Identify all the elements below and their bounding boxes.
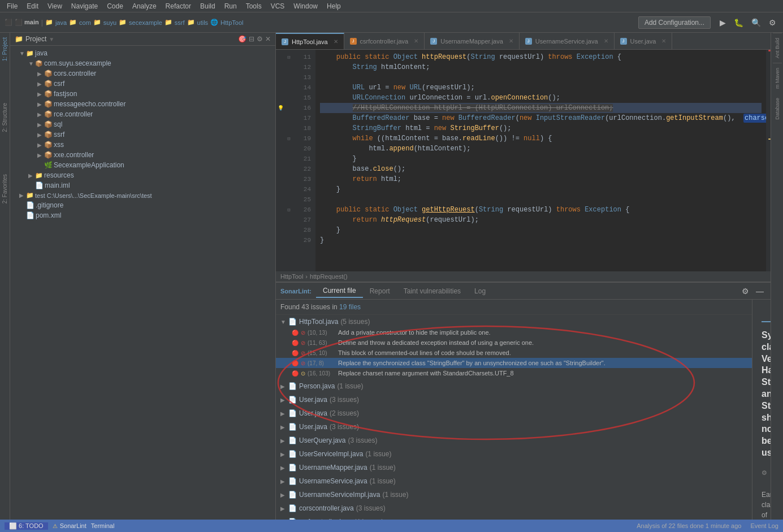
- tree-item-fastjson[interactable]: ▶ 📦 fastjson: [10, 89, 275, 99]
- issue-item-4[interactable]: 🔴 ⊘ (17, 8) Replace the synchronized cla…: [276, 358, 752, 368]
- gutter-26: [276, 205, 285, 215]
- ant-build-tab[interactable]: Ant Build: [773, 33, 782, 63]
- tree-item-messageecho[interactable]: ▶ 📦 messageecho.controller: [10, 99, 275, 109]
- tab-close-button[interactable]: ✕: [604, 38, 608, 44]
- issue-group-header-person[interactable]: ▶ 📄 Person.java (1 issue): [276, 380, 752, 392]
- project-tool-icon[interactable]: 1: Project: [1, 35, 9, 63]
- issues-files-link[interactable]: 19 files: [339, 303, 361, 311]
- tree-item-xss[interactable]: ▶ 📦 xss: [10, 140, 275, 150]
- sonarlint-indicator[interactable]: ⚠ SonarLint: [53, 522, 86, 529]
- tree-label: .gitignore: [36, 201, 63, 209]
- issue-group-header-httptool[interactable]: ▼ 📄 HttpTool.java (5 issues): [276, 316, 752, 327]
- package-icon: 📦: [44, 131, 53, 139]
- debug-button[interactable]: 🐛: [732, 17, 746, 28]
- sidebar-hide-button[interactable]: ✕: [265, 35, 271, 43]
- issue-group-header-corscontroller[interactable]: ▶ 📄 corscontroller.java (3 issues): [276, 503, 752, 514]
- menu-help[interactable]: Help: [322, 1, 345, 11]
- tree-item-cors[interactable]: ▶ 📦 cors.controller: [10, 68, 275, 79]
- tree-item-resources[interactable]: ▶ 📁 resources: [10, 170, 275, 180]
- tab-taint[interactable]: Taint vulnerabilities: [397, 285, 468, 297]
- tree-label: java: [35, 49, 47, 57]
- menu-build[interactable]: Build: [196, 1, 220, 11]
- tree-item-gitignore[interactable]: 📄 .gitignore: [10, 200, 275, 210]
- menu-refactor[interactable]: Refactor: [161, 1, 196, 11]
- issue-group-header-usernameserviceimpl[interactable]: ▶ 📄 UsernameServiceImpl.java (1 issue): [276, 489, 752, 500]
- fold-26[interactable]: ⊟: [285, 205, 293, 215]
- tree-item-ssrf[interactable]: ▶ 📦 ssrf: [10, 129, 275, 140]
- fold-16: [285, 103, 293, 113]
- panel-settings-button[interactable]: ⚙: [739, 286, 751, 297]
- code-line-19: while ((htmlContent = base.readLine()) !…: [320, 133, 762, 144]
- menu-edit[interactable]: Edit: [22, 1, 43, 11]
- tab-httptool[interactable]: J HttpTool.java ✕: [276, 33, 344, 49]
- menu-navigate[interactable]: Navigate: [67, 1, 102, 11]
- tree-item-csrf[interactable]: ▶ 📦 csrf: [10, 79, 275, 89]
- tree-item-mainiml[interactable]: 📄 main.iml: [10, 180, 275, 191]
- tab-close-button[interactable]: ✕: [509, 38, 513, 44]
- fold-19[interactable]: ⊟: [285, 133, 293, 144]
- menu-tools[interactable]: Tools: [241, 1, 266, 11]
- issue-item-2[interactable]: 🔴 ⊘ (11, 63) Define and throw a dedicate…: [276, 338, 752, 348]
- tab-usernamemapper[interactable]: J UsernameMapper.java ✕: [425, 33, 520, 49]
- issue-item-3[interactable]: 🔴 ⊘ (15, 10) This block of commented-out…: [276, 348, 752, 358]
- expand-arrow: ▶: [37, 71, 43, 77]
- issue-group-header-user3[interactable]: ▶ 📄 User.java (3 issues): [276, 421, 752, 432]
- tab-log[interactable]: Log: [468, 285, 492, 297]
- tree-item-sql[interactable]: ▶ 📦 sql: [10, 119, 275, 129]
- terminal-indicator[interactable]: Terminal: [91, 522, 115, 529]
- menu-run[interactable]: Run: [220, 1, 241, 11]
- tab-user[interactable]: J User.java ✕: [615, 33, 673, 49]
- tree-item-test[interactable]: ▶ 📁 test C:\Users\...\SecExample-main\sr…: [10, 191, 275, 200]
- rule-tab-rule[interactable]: Rule: [762, 306, 771, 322]
- todo-indicator[interactable]: ⬜ 6: TODO: [5, 522, 48, 530]
- issue-group-header-user2[interactable]: ▶ 📄 User.java (2 issues): [276, 408, 752, 419]
- maven-tab[interactable]: m Maven: [773, 63, 782, 93]
- code-line-26: public static Object getHttpReuest(Strin…: [320, 205, 762, 215]
- collapse-all-button[interactable]: ⊟: [249, 35, 254, 43]
- sidebar-settings-button[interactable]: ⚙: [257, 35, 263, 43]
- tree-item-java[interactable]: ▼ 📁 java: [10, 48, 275, 58]
- tab-usernameservice[interactable]: J UsernameService.java ✕: [520, 33, 615, 49]
- editor-scrollbar[interactable]: [766, 50, 771, 271]
- tab-report[interactable]: Report: [363, 285, 397, 297]
- issue-item-1[interactable]: 🔴 ⊘ (10, 13) Add a private constructor t…: [276, 327, 752, 338]
- tree-item-xxe[interactable]: ▶ 📦 xxe.controller: [10, 150, 275, 160]
- tree-item-secexample-app[interactable]: 🌿 SecexampleApplication: [10, 160, 275, 170]
- tree-item-pomxml[interactable]: 📄 pom.xml: [10, 210, 275, 220]
- menu-code[interactable]: Code: [102, 1, 128, 11]
- menu-window[interactable]: Window: [289, 1, 322, 11]
- tree-item-package-com[interactable]: ▼ 📦 com.suyu.secexample: [10, 58, 275, 68]
- breadcrumb-httptool-label: HttpTool: [280, 273, 303, 280]
- package-icon: 📦: [44, 120, 53, 128]
- tree-label: pom.xml: [36, 211, 61, 219]
- tree-item-rce[interactable]: ▶ 📦 rce.controller: [10, 109, 275, 119]
- run-button[interactable]: ▶: [717, 17, 728, 28]
- issue-group-header-userserviceimpl[interactable]: ▶ 📄 UserServiceImpl.java (1 issue): [276, 448, 752, 460]
- tab-csrfcontroller[interactable]: J csrfcontroller.java ✕: [344, 33, 425, 49]
- tab-close-button[interactable]: ✕: [334, 38, 338, 45]
- locate-file-button[interactable]: 🎯: [238, 35, 246, 43]
- issue-group-header-user1[interactable]: ▶ 📄 User.java (3 issues): [276, 394, 752, 405]
- menu-file[interactable]: File: [2, 1, 22, 11]
- tab-close-button[interactable]: ✕: [414, 38, 418, 44]
- issue-group-header-csrfcontroller[interactable]: ▶ 📄 csrfcontroller.java (4 issues): [276, 516, 752, 520]
- issue-group-header-usernamemapper[interactable]: ▶ 📄 UsernameMapper.java (1 issue): [276, 462, 752, 473]
- settings-button[interactable]: ⚙: [767, 17, 778, 28]
- menu-analyze[interactable]: Analyze: [128, 1, 161, 11]
- issue-group-header-userquery[interactable]: ▶ 📄 UserQuery.java (3 issues): [276, 435, 752, 446]
- menu-view[interactable]: View: [43, 1, 67, 11]
- code-editor[interactable]: 💡 ⊟: [276, 50, 771, 271]
- tab-current-file[interactable]: Current file: [316, 284, 363, 298]
- search-everywhere-button[interactable]: 🔍: [749, 17, 763, 28]
- event-log-link[interactable]: Event Log: [750, 522, 778, 529]
- database-tab[interactable]: Database: [773, 93, 782, 124]
- issue-item-5[interactable]: 🔴 ⊙ (16, 103) Replace charset name argum…: [276, 368, 752, 378]
- structure-tool-icon[interactable]: 2: Structure: [1, 101, 9, 135]
- issue-group-header-usernameservice[interactable]: ▶ 📄 UsernameService.java (1 issue): [276, 475, 752, 487]
- panel-minimize-button[interactable]: —: [754, 286, 766, 297]
- tab-close-button[interactable]: ✕: [661, 38, 666, 44]
- favorites-tool-icon[interactable]: 2: Favorites: [1, 172, 9, 206]
- menu-vcs[interactable]: VCS: [266, 1, 289, 11]
- fold-11[interactable]: ⊟: [285, 52, 293, 62]
- add-configuration-button[interactable]: Add Configuration...: [638, 16, 711, 29]
